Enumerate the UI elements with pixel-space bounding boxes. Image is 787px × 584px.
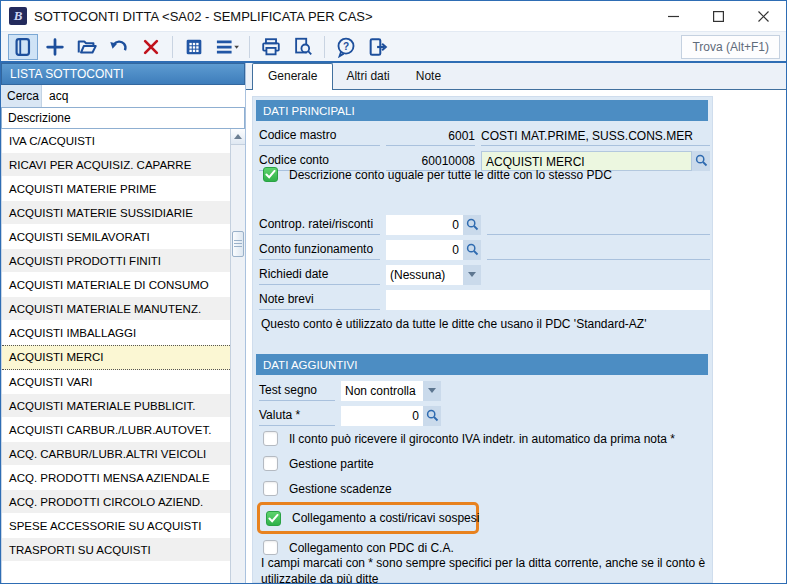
maximize-button[interactable]	[696, 1, 741, 31]
list-item[interactable]: SPESE ACCESSORIE SU ACQUISTI	[2, 514, 230, 538]
note-brevi-field[interactable]	[386, 290, 710, 310]
note-brevi-row: Note brevi	[259, 289, 710, 310]
print-preview-button[interactable]	[288, 34, 318, 60]
list-item[interactable]: ACQUISTI VARI	[2, 370, 230, 394]
list-item[interactable]: ACQUISTI MATERIALE PUBBLICIT.	[2, 394, 230, 418]
title-bar: B SOTTOCONTI DITTA <SA02 - SEMPLIFICATA …	[1, 1, 786, 31]
list-item[interactable]: ACQUISTI IMBALLAGGI	[2, 321, 230, 345]
help-button[interactable]: ?	[331, 34, 361, 60]
menu-button[interactable]	[211, 34, 243, 60]
detail-pane: Generale Altri dati Note DATI PRINCIPALI…	[246, 63, 786, 583]
checkbox-label: Gestione scadenze	[289, 482, 392, 496]
app-window: B SOTTOCONTI DITTA <SA02 - SEMPLIFICATA …	[0, 0, 787, 584]
list-item[interactable]: ACQUISTI SEMILAVORATI	[2, 225, 230, 249]
richiedi-date-dropdown-button[interactable]	[463, 265, 481, 285]
search-label: Cerca	[1, 85, 41, 107]
codice-mastro-value[interactable]: 6001	[386, 126, 475, 146]
checkbox-label: Collegamento a costi/ricavi sospesi	[292, 511, 479, 525]
richiedi-date-row: Richiedi date (Nessuna)	[259, 264, 710, 285]
undo-button[interactable]	[104, 34, 134, 60]
list-item[interactable]: ACQ. CARBUR/LUBR.ALTRI VEICOLI	[2, 442, 230, 466]
app-logo-icon: B	[9, 7, 27, 25]
open-button[interactable]	[72, 34, 102, 60]
subaccount-list-container: IVA C/ACQUISTIRICAVI PER ACQUISIZ. CAPAR…	[1, 129, 245, 583]
list-item[interactable]: ACQUISTI MATERIALE DI CONSUMO	[2, 273, 230, 297]
conto-funzionamento-description	[487, 240, 710, 260]
toolbar: ? Trova (Alt+F1)	[1, 31, 786, 63]
list-item[interactable]: ACQ. PRODOTTI CIRCOLO AZIEND.	[2, 490, 230, 514]
desc-uguale-checkbox-row: Descrizione conto uguale per tutte le di…	[263, 167, 612, 182]
checkbox[interactable]	[263, 456, 278, 471]
checkbox[interactable]	[263, 540, 278, 555]
list-item[interactable]: ACQUISTI PRODOTTI FINITI	[2, 249, 230, 273]
sidebar-header: LISTA SOTTOCONTI	[1, 63, 245, 85]
magnifier-icon	[426, 409, 439, 422]
checkbox-label: Il conto può ricevere il giroconto IVA i…	[289, 432, 675, 446]
chevron-down-icon	[468, 272, 476, 277]
exit-button[interactable]	[363, 34, 393, 60]
conto-funzionamento-lookup-button[interactable]	[463, 240, 481, 260]
tab-content: DATI PRINCIPALI Codice mastro 6001 COSTI…	[246, 89, 786, 583]
grid-button[interactable]	[179, 34, 209, 60]
delete-button[interactable]	[136, 34, 166, 60]
pdc-info-text: Questo conto è utilizzato da tutte le di…	[261, 316, 709, 332]
valuta-lookup-button[interactable]	[423, 406, 441, 426]
checkbox[interactable]	[266, 511, 281, 526]
scrollbar-thumb[interactable]	[232, 231, 244, 257]
chevron-down-icon	[428, 388, 436, 393]
conto-funzionamento-label: Conto funzionamento	[259, 240, 380, 260]
close-button[interactable]	[741, 1, 786, 31]
valuta-field[interactable]: 0	[341, 406, 423, 426]
thumb-grip-icon	[234, 240, 242, 248]
list-item[interactable]: ACQUISTI MATERIE PRIME	[2, 177, 230, 201]
desc-uguale-checkbox[interactable]	[263, 167, 278, 182]
conto-funzionamento-field[interactable]: 0	[386, 240, 463, 260]
test-segno-dropdown-button[interactable]	[423, 381, 441, 401]
window-title: SOTTOCONTI DITTA <SA02 - SEMPLIFICATA PE…	[34, 9, 373, 24]
list-item[interactable]: ACQUISTI MATERIE SUSSIDIARIE	[2, 201, 230, 225]
scrollbar-up-button[interactable]	[231, 129, 245, 145]
checkbox-row: Gestione scadenze	[263, 476, 708, 501]
general-form: DATI PRINCIPALI Codice mastro 6001 COSTI…	[252, 96, 713, 583]
column-header-descrizione[interactable]: Descrizione	[1, 107, 245, 129]
highlighted-checkbox-row: Collegamento a costi/ricavi sospesi	[257, 502, 479, 534]
list-item[interactable]: TRASPORTI SU ACQUISTI	[2, 538, 230, 562]
controp-ratei-label: Controp. ratei/risconti	[259, 215, 380, 235]
list-scrollbar[interactable]	[230, 129, 245, 583]
magnifier-icon	[466, 218, 479, 231]
list-item[interactable]: ACQ. PRODOTTI MENSA AZIENDALE	[2, 466, 230, 490]
check-icon	[268, 514, 279, 523]
sidebar-search-row: Cerca	[1, 85, 245, 107]
test-segno-select[interactable]: Non controlla	[341, 381, 423, 401]
tab-generale[interactable]: Generale	[252, 63, 333, 90]
list-item[interactable]: IVA C/ACQUISTI	[2, 129, 230, 153]
up-arrow-icon	[234, 134, 242, 139]
list-item[interactable]: RICAVI PER ACQUISIZ. CAPARRE	[2, 153, 230, 177]
controp-ratei-field[interactable]: 0	[386, 215, 463, 235]
list-item[interactable]: ACQUISTI MERCI	[2, 345, 230, 370]
aggiuntivi-checkboxes: Il conto può ricevere il giroconto IVA i…	[263, 426, 708, 560]
note-brevi-label: Note brevi	[259, 290, 380, 310]
new-button[interactable]	[40, 34, 70, 60]
codice-mastro-label: Codice mastro	[259, 126, 380, 146]
find-shortcut[interactable]: Trova (Alt+F1)	[681, 35, 780, 59]
controp-ratei-lookup-button[interactable]	[463, 215, 481, 235]
print-button[interactable]	[256, 34, 286, 60]
magnifier-icon	[466, 243, 479, 256]
tab-note[interactable]: Note	[403, 64, 454, 89]
list-item[interactable]: ACQUISTI MATERIALE MANUTENZ.	[2, 297, 230, 321]
codice-conto-lookup-button[interactable]	[692, 151, 710, 171]
search-input[interactable]	[41, 85, 245, 107]
codice-mastro-row: Codice mastro 6001 COSTI MAT.PRIME, SUSS…	[259, 125, 710, 146]
tab-altri-dati[interactable]: Altri dati	[333, 64, 402, 89]
checkbox[interactable]	[263, 431, 278, 446]
minimize-button[interactable]	[651, 1, 696, 31]
check-icon	[265, 170, 276, 179]
record-view-button[interactable]	[8, 34, 38, 60]
checkbox[interactable]	[263, 481, 278, 496]
magnifier-icon	[695, 154, 708, 167]
checkbox-row: Gestione partite	[263, 451, 708, 476]
richiedi-date-select[interactable]: (Nessuna)	[386, 265, 463, 285]
list-item[interactable]: ACQUISTI CARBUR./LUBR.AUTOVET.	[2, 418, 230, 442]
checkbox-label: Gestione partite	[289, 457, 374, 471]
